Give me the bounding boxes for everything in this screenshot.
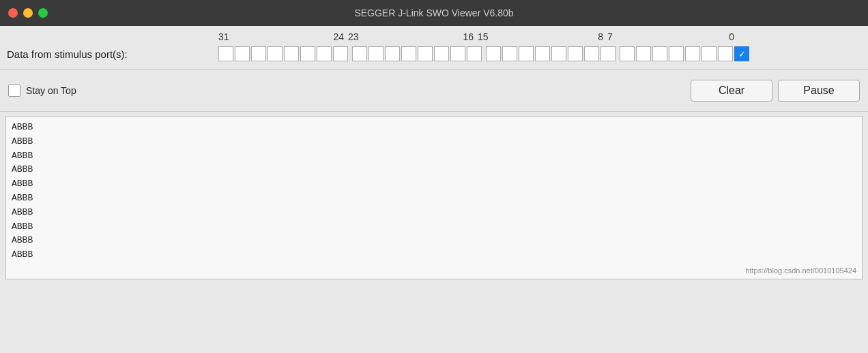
checkbox-22[interactable]	[368, 46, 384, 61]
checkbox-20[interactable]	[401, 46, 416, 61]
output-line-1: ABBB	[12, 121, 856, 135]
title-bar: SEGGER J-Link SWO Viewer V6.80b	[0, 0, 868, 26]
port-num-24: 24	[333, 31, 344, 42]
checkbox-group-3	[486, 46, 616, 61]
close-button[interactable]	[8, 8, 18, 18]
checkbox-28[interactable]	[267, 46, 283, 61]
stay-on-top-label: Stay on Top	[26, 85, 76, 96]
controls-buttons: Clear Pause	[691, 80, 860, 102]
checkbox-23[interactable]	[352, 46, 367, 61]
minimize-button[interactable]	[23, 8, 33, 18]
num-block-7-0: 7 0	[607, 31, 734, 42]
port-num-8: 8	[598, 31, 603, 42]
checkbox-30[interactable]	[235, 46, 250, 61]
num-block-31-24: 31 24	[218, 31, 345, 42]
checkbox-3[interactable]	[685, 46, 700, 61]
watermark: https://blog.csdn.net/0010105424	[745, 266, 856, 275]
window-controls	[8, 8, 48, 18]
checkbox-31[interactable]	[218, 46, 233, 61]
output-line-8: ABBB	[12, 220, 856, 234]
checkbox-9[interactable]	[584, 46, 599, 61]
checkbox-0[interactable]	[734, 46, 749, 61]
output-line-4: ABBB	[12, 163, 856, 177]
controls-row: Stay on Top Clear Pause	[0, 73, 868, 108]
checkbox-15[interactable]	[486, 46, 501, 61]
checkbox-19[interactable]	[418, 46, 433, 61]
checkbox-27[interactable]	[284, 46, 299, 61]
checkbox-18[interactable]	[434, 46, 449, 61]
checkbox-26[interactable]	[300, 46, 315, 61]
port-num-31: 31	[218, 31, 229, 42]
maximize-button[interactable]	[38, 8, 48, 18]
port-num-23: 23	[348, 31, 359, 42]
num-block-23-16: 23 16	[348, 31, 475, 42]
checkbox-group-2	[352, 46, 482, 61]
checkbox-25[interactable]	[317, 46, 332, 61]
checkbox-24[interactable]	[333, 46, 348, 61]
checkbox-11[interactable]	[551, 46, 566, 61]
checkbox-7[interactable]	[620, 46, 635, 61]
pause-button[interactable]: Pause	[778, 80, 860, 102]
output-line-6: ABBB	[12, 191, 856, 206]
divider-1	[0, 70, 868, 70]
checkbox-16[interactable]	[467, 46, 482, 61]
stimulus-row: Data from stimulus port(s):	[0, 44, 868, 67]
stimulus-label: Data from stimulus port(s):	[7, 48, 218, 60]
port-num-16: 16	[463, 31, 474, 42]
output-line-3: ABBB	[12, 149, 856, 164]
checkbox-17[interactable]	[450, 46, 465, 61]
checkbox-12[interactable]	[535, 46, 550, 61]
output-line-2: ABBB	[12, 135, 856, 149]
checkbox-21[interactable]	[385, 46, 400, 61]
stay-on-top-checkbox[interactable]	[8, 85, 20, 97]
checkbox-10[interactable]	[568, 46, 583, 61]
output-area[interactable]: ABBB ABBB ABBB ABBB ABBB ABBB ABBB ABBB …	[5, 116, 863, 279]
checkbox-2[interactable]	[701, 46, 717, 61]
checkbox-4[interactable]	[669, 46, 684, 61]
checkbox-29[interactable]	[251, 46, 266, 61]
divider-2	[0, 111, 868, 112]
checkbox-5[interactable]	[652, 46, 667, 61]
checkbox-1[interactable]	[718, 46, 733, 61]
checkbox-8[interactable]	[601, 46, 616, 61]
output-line-10: ABBB	[12, 248, 856, 262]
stay-on-top-container: Stay on Top	[8, 85, 76, 97]
checkbox-13[interactable]	[519, 46, 534, 61]
output-line-5: ABBB	[12, 177, 856, 191]
checkbox-14[interactable]	[502, 46, 517, 61]
checkbox-6[interactable]	[636, 46, 651, 61]
output-line-9: ABBB	[12, 234, 856, 248]
checkbox-group-1	[218, 46, 348, 61]
output-line-7: ABBB	[12, 206, 856, 220]
port-num-0: 0	[729, 31, 734, 42]
num-block-15-8: 15 8	[478, 31, 605, 42]
window-title: SEGGER J-Link SWO Viewer V6.80b	[354, 7, 513, 18]
checkbox-group-4	[620, 46, 749, 61]
port-num-15: 15	[478, 31, 489, 42]
port-num-7: 7	[607, 31, 613, 42]
clear-button[interactable]: Clear	[691, 80, 772, 102]
port-numbers-row: 31 24 23 16 15 8 7 0	[212, 26, 868, 44]
